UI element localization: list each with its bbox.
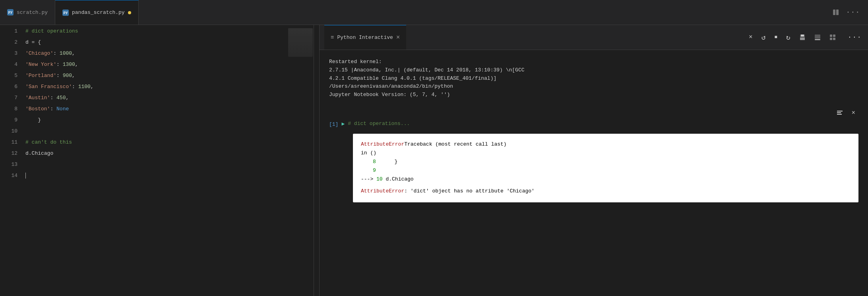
stop-icon[interactable]: ■ (773, 34, 779, 41)
tab-scratch-py[interactable]: py scratch.py (0, 0, 55, 25)
code-line-8: 8 'Boston': None (0, 106, 314, 117)
python-file-icon: py (7, 9, 14, 15)
svg-rect-13 (837, 114, 842, 115)
expand-icon[interactable] (828, 33, 837, 41)
svg-rect-3 (801, 35, 804, 37)
code-line-5: 5 'Portland': 900, (0, 73, 314, 84)
error-type-label: AttributeError (361, 141, 404, 147)
tab-label-scratch: scratch.py (17, 10, 48, 15)
scroll-divider (314, 25, 320, 296)
code-line-10: 10 (0, 128, 314, 139)
code-line-4: 4 'New York': 1300, (0, 62, 314, 73)
traceback-label: Traceback (most recent call last) (404, 141, 506, 147)
restart-run-icon[interactable]: ↻ (785, 32, 792, 42)
svg-rect-1 (836, 10, 839, 15)
more-options-icon[interactable]: ··· (845, 7, 862, 18)
svg-rect-11 (837, 111, 843, 111)
close-cell-icon[interactable]: × (850, 109, 857, 117)
code-line-14: 14 (0, 173, 314, 184)
cell-label: [1] (329, 121, 338, 127)
code-line-7: 7 'Austin': 450, (0, 95, 314, 106)
more-options-btn[interactable]: ··· (846, 33, 863, 42)
code-line-11: 11 # can't do this (0, 139, 314, 150)
equals-icon: = (331, 35, 334, 41)
kernel-info-text: Restarted kernel: 2.7.15 |Anaconda, Inc.… (329, 58, 858, 99)
python-file-icon-active: py (62, 10, 69, 16)
main-area: 1 # dict operations 2 d = { 3 'Chicago':… (0, 25, 868, 296)
svg-rect-5 (815, 35, 820, 39)
restart-kernel-icon[interactable]: ↺ (760, 32, 767, 42)
code-line-13: 13 (0, 161, 314, 173)
cell-execution: [1] ▶ # dict operations... (329, 121, 858, 127)
split-editor-icon[interactable] (831, 8, 841, 17)
interrupt-kernel-icon[interactable]: × (747, 33, 754, 42)
main-tab-bar: py scratch.py py pandas_scratch.py ··· (0, 0, 868, 25)
code-line-9: 9 } (0, 117, 314, 128)
unsaved-indicator (128, 11, 131, 14)
tab-label-pandas: pandas_scratch.py (72, 10, 125, 15)
svg-rect-8 (833, 35, 835, 37)
editor-toolbar: ··· (831, 7, 868, 18)
code-line-1: 1 # dict operations (0, 28, 314, 39)
interactive-toolbar: × ↺ ■ ↻ (747, 32, 863, 42)
tab-pandas-scratch-py[interactable]: py pandas_scratch.py (55, 0, 139, 25)
cell-code-text: # dict operations... (348, 121, 410, 127)
code-line-3: 3 'Chicago': 1000, (0, 50, 314, 62)
minimap (288, 28, 313, 57)
svg-rect-6 (815, 39, 820, 40)
export-icon[interactable] (813, 33, 822, 41)
interactive-panel: = Python Interactive × × ↺ ■ ↻ (320, 25, 868, 296)
code-line-2: 2 d = { (0, 39, 314, 50)
interactive-tab-bar: = Python Interactive × × ↺ ■ ↻ (320, 25, 868, 50)
format-cells-icon[interactable] (835, 109, 844, 117)
code-editor[interactable]: 1 # dict operations 2 d = { 3 'Chicago':… (0, 25, 314, 296)
svg-rect-0 (833, 10, 835, 15)
interactive-content-area[interactable]: Restarted kernel: 2.7.15 |Anaconda, Inc.… (320, 50, 868, 296)
error-output-box: AttributeErrorTraceback (most recent cal… (353, 134, 858, 202)
code-line-12: 12 d.Chicago (0, 150, 314, 161)
tab-python-interactive[interactable]: = Python Interactive × (324, 25, 406, 50)
svg-rect-7 (830, 35, 832, 37)
svg-rect-10 (833, 38, 835, 40)
tab-label-interactive: Python Interactive (337, 35, 393, 40)
svg-rect-12 (837, 112, 841, 113)
cell-run-button[interactable]: ▶ (341, 121, 345, 127)
close-tab-icon[interactable]: × (396, 34, 400, 41)
cell-top-controls: × (329, 109, 858, 117)
code-line-6: 6 'San Francisco': 1100, (0, 84, 314, 95)
save-notebook-icon[interactable] (798, 33, 807, 41)
svg-rect-9 (830, 38, 832, 40)
svg-rect-4 (800, 38, 805, 40)
editor-panel: 1 # dict operations 2 d = { 3 'Chicago':… (0, 25, 314, 296)
